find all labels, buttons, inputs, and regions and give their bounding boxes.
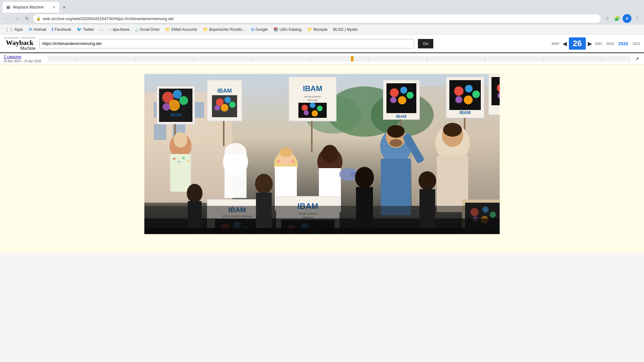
- svg-point-53: [472, 90, 480, 98]
- calendar-prev-button[interactable]: ◀: [563, 40, 567, 47]
- svg-text:IBAM: IBAM: [217, 88, 232, 94]
- svg-point-134: [419, 171, 436, 190]
- cursor-indicator: ↗: [634, 56, 640, 62]
- bookmark-more-button[interactable]: ···: [97, 26, 105, 33]
- bookmark-label-email-accounts: EMail Accounts: [171, 27, 197, 32]
- svg-point-130: [255, 174, 273, 194]
- timeline-tick: [602, 56, 602, 62]
- bookmark-label-twitter: Twitter: [83, 27, 94, 32]
- svg-point-54: [464, 96, 473, 104]
- bookmark-rezepte[interactable]: 📁 Rezepte: [305, 26, 330, 33]
- forward-button[interactable]: →: [13, 14, 21, 23]
- svg-point-90: [390, 139, 402, 147]
- svg-rect-135: [419, 189, 435, 230]
- wayback-text: Wayback: [6, 39, 34, 46]
- timeline-bar: [47, 56, 631, 62]
- timeline-tick: [427, 56, 427, 62]
- refresh-button[interactable]: ↻: [23, 14, 31, 23]
- year-2020[interactable]: 2020: [618, 41, 628, 46]
- svg-text:IBAM: IBAM: [396, 114, 406, 119]
- svg-text:IBAM: IBAM: [170, 112, 181, 117]
- bookmark-apps[interactable]: ⋮⋮ Apps: [3, 26, 25, 33]
- svg-rect-6: [154, 124, 166, 140]
- svg-point-128: [187, 184, 203, 203]
- new-tab-button[interactable]: +: [60, 3, 69, 12]
- svg-rect-131: [256, 193, 272, 230]
- svg-point-81: [277, 160, 280, 162]
- bookmark-label-google: Google: [256, 27, 268, 32]
- calendar-date: 26: [569, 37, 586, 50]
- wayback-url-field[interactable]: [39, 39, 414, 48]
- bookmark-lmu[interactable]: 📚 LMU Katalog: [271, 26, 304, 33]
- svg-point-36: [317, 106, 323, 111]
- profile-avatar[interactable]: A: [623, 14, 631, 23]
- bookmark-twitter[interactable]: 🐦 Twitter: [74, 26, 97, 33]
- wayback-logo-text: Wayback: [6, 39, 34, 46]
- month-prev: MAR: [552, 42, 559, 46]
- timeline-tick: [485, 56, 485, 62]
- svg-rect-39: [311, 121, 313, 152]
- bookmark-star-button[interactable]: ☆: [602, 14, 611, 23]
- svg-point-55: [455, 96, 462, 103]
- bookmark-facebook[interactable]: f Facebook: [49, 26, 74, 33]
- bookmark-blog[interactable]: BLOG | Mysite: [330, 26, 360, 33]
- back-button[interactable]: ←: [3, 14, 11, 23]
- tab-bar: 🏛 Wayback Machine × +: [0, 0, 644, 13]
- year-2019[interactable]: 2019: [606, 42, 614, 46]
- svg-point-91: [387, 125, 405, 138]
- svg-point-79: [280, 148, 292, 157]
- archived-page: IBAM IBAM IBAM Ich bin anderer Meinung: [144, 74, 500, 234]
- wayback-go-button[interactable]: Go: [418, 39, 433, 48]
- ibam-photo: IBAM IBAM IBAM Ich bin anderer Meinung: [144, 74, 500, 234]
- svg-point-25: [229, 101, 236, 108]
- tab-title: Wayback Machine: [13, 5, 50, 9]
- svg-text:Meinung: Meinung: [308, 99, 318, 101]
- svg-point-51: [454, 86, 464, 96]
- rezepte-icon: 📁: [307, 27, 312, 32]
- svg-point-72: [187, 160, 189, 162]
- bookmark-label-bayerischer: Bayerischer Rundfu...: [209, 27, 245, 32]
- svg-point-70: [178, 161, 180, 163]
- calendar-nav: MAR ◀ 26 ▶ MAY: [552, 37, 602, 50]
- address-bar: 🔒: [33, 14, 601, 23]
- bookmark-label-facebook: Facebook: [55, 27, 71, 32]
- url-bar-row: ← → ↻ 🔒 ☆ 🧩 A ⋮: [0, 13, 644, 25]
- svg-point-67: [174, 132, 187, 148]
- svg-rect-133: [356, 187, 373, 231]
- url-input[interactable]: [43, 16, 598, 21]
- menu-button[interactable]: ⋮: [633, 14, 641, 23]
- svg-text:IBAM: IBAM: [303, 84, 322, 93]
- bookmark-google[interactable]: G Google: [248, 26, 270, 33]
- google-icon: G: [251, 27, 254, 32]
- bookmark-hotmail[interactable]: ✉ Hotmail: [26, 26, 49, 33]
- page-content-area: IBAM IBAM IBAM Ich bin anderer Meinung: [0, 64, 644, 253]
- extensions-button[interactable]: 🧩: [613, 14, 621, 23]
- twitter-icon: 🐦: [77, 27, 82, 32]
- svg-rect-68: [170, 154, 191, 192]
- svg-point-38: [304, 110, 309, 115]
- bookmark-dpa-news[interactable]: ··· dpa-News: [105, 26, 132, 33]
- svg-point-24: [225, 97, 231, 103]
- captures-info: 2 captures 26 Apr 2020 – 26 Apr 2020: [4, 54, 41, 63]
- bayerischer-icon: 📁: [203, 27, 208, 32]
- timeline-marker: [351, 56, 353, 62]
- bookmark-label-dpa: dpa-News: [113, 27, 130, 32]
- calendar-next-button[interactable]: ▶: [588, 40, 592, 47]
- bookmark-gmail-drive[interactable]: △ Gmail Drive: [133, 26, 162, 33]
- bookmark-label-gmail-drive: Gmail Drive: [140, 27, 159, 32]
- year-2021[interactable]: 2021: [633, 42, 640, 46]
- svg-point-69: [173, 157, 175, 160]
- active-tab[interactable]: 🏛 Wayback Machine ×: [3, 2, 59, 13]
- hotmail-icon: ✉: [29, 27, 32, 32]
- captures-link[interactable]: 2 captures: [4, 55, 21, 59]
- bookmark-email-accounts[interactable]: 📁 EMail Accounts: [163, 26, 200, 33]
- svg-point-43: [400, 87, 407, 94]
- machine-text: Machine: [20, 46, 36, 51]
- gmail-drive-icon: △: [135, 27, 138, 32]
- bookmark-bayerischer[interactable]: 📁 Bayerischer Rundfu...: [200, 26, 248, 33]
- tab-close-button[interactable]: ×: [53, 5, 55, 10]
- wayback-machine-bar: INTERNET ARCHIVE Wayback Machine Go MAR …: [0, 35, 644, 53]
- tab-favicon: 🏛: [6, 5, 10, 10]
- dpa-icon: ···: [108, 27, 111, 32]
- timeline-tick: [543, 56, 544, 62]
